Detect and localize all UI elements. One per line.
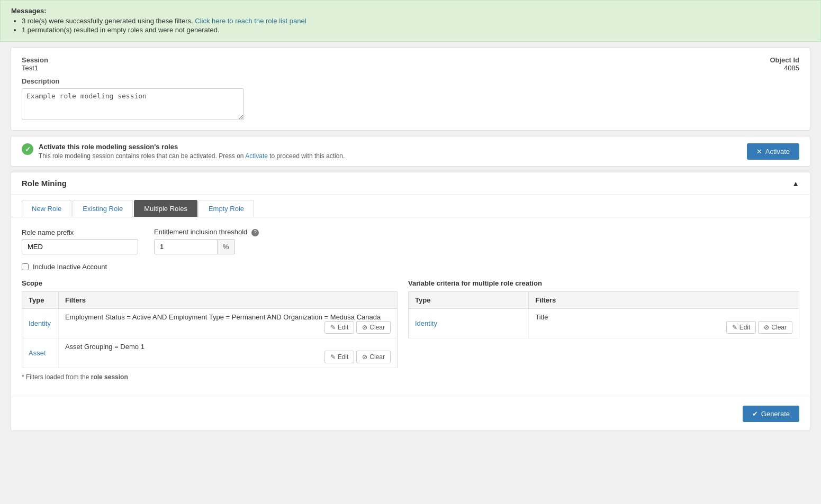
description-label: Description (22, 77, 770, 85)
description-textarea[interactable] (22, 88, 244, 120)
message-item-1: 3 role(s) were successfully generated us… (22, 17, 810, 25)
role-name-prefix-group: Role name prefix (22, 228, 138, 254)
clear-icon-var: ⊘ (764, 324, 769, 331)
checkmark-icon: ✔ (752, 410, 758, 418)
activate-info: Activate this role modeling session's ro… (22, 143, 345, 160)
scope-row1-actions: ✎ Edit ⊘ Clear (65, 321, 391, 334)
variable-criteria-title: Variable criteria for multiple role crea… (408, 279, 799, 287)
scope-row1-filters: Employment Status = Active AND Employmen… (58, 308, 397, 338)
threshold-suffix: % (218, 239, 235, 254)
scope-row2-filters: Asset Grouping = Demo 1 ✎ Edit ⊘ Clear (58, 338, 397, 368)
threshold-input[interactable] (154, 239, 218, 254)
session-card: Session Test1 Description Object Id 4085 (11, 47, 810, 131)
role-mining-header: Role Mining ▲ (11, 172, 810, 195)
role-mining-card: Role Mining ▲ New Role Existing Role Mul… (11, 172, 810, 431)
message-text-1a: 3 role(s) were successfully generated us… (22, 17, 195, 25)
tab-multiple-roles[interactable]: Multiple Roles (134, 200, 197, 217)
activate-link[interactable]: Activate (245, 152, 268, 160)
session-label: Session (22, 56, 770, 64)
activate-text: Activate this role modeling session's ro… (39, 143, 345, 160)
activate-card: Activate this role modeling session's ro… (11, 136, 810, 167)
var-col-filters: Filters (529, 291, 799, 308)
clear-icon-2: ⊘ (362, 353, 367, 361)
scope-table: Type Filters Identity Employment Status … (22, 291, 398, 368)
activate-button-label: Activate (765, 148, 790, 155)
scope-section: Scope Type Filters Identity Employment S… (22, 279, 398, 381)
edit-icon: ✎ (330, 324, 336, 331)
variable-table-head: Type Filters (409, 291, 799, 308)
edit-icon-var: ✎ (732, 324, 737, 331)
scope-table-head: Type Filters (22, 291, 398, 308)
role-list-link[interactable]: Click here to reach the role list panel (195, 17, 306, 25)
scope-row2-actions: ✎ Edit ⊘ Clear (65, 351, 391, 363)
variable-table-body: Identity Title ✎ Edit ⊘ (409, 308, 799, 338)
object-id-label: Object Id (770, 56, 799, 64)
generate-button-label: Generate (761, 410, 790, 418)
form-row-top: Role name prefix Entitlement inclusion t… (22, 228, 799, 254)
threshold-label: Entitlement inclusion threshold ? (154, 228, 259, 236)
object-id-section: Object Id 4085 (770, 56, 799, 72)
threshold-wrapper: % (154, 239, 259, 254)
role-name-prefix-label: Role name prefix (22, 228, 138, 236)
filters-note: * Filters loaded from the role session (22, 373, 398, 381)
generate-button[interactable]: ✔ Generate (743, 406, 799, 422)
threshold-help-icon[interactable]: ? (251, 229, 259, 236)
edit-icon-2: ✎ (330, 353, 336, 361)
var-col-type: Type (409, 291, 529, 308)
generate-row: ✔ Generate (11, 397, 810, 430)
inactive-account-row: Include Inactive Account (22, 263, 799, 271)
messages-banner: Messages: 3 role(s) were successfully ge… (0, 0, 821, 42)
check-circle-icon (22, 143, 33, 155)
tabs-container: New Role Existing Role Multiple Roles Em… (11, 195, 810, 217)
scope-row1-type[interactable]: Identity (22, 308, 59, 338)
activate-description: This role modeling session contains role… (39, 152, 345, 160)
scope-row2-edit-button[interactable]: ✎ Edit (324, 351, 355, 363)
scope-row2-clear-button[interactable]: ⊘ Clear (356, 351, 391, 363)
session-value: Test1 (22, 64, 770, 72)
variable-criteria-section: Variable criteria for multiple role crea… (408, 279, 799, 381)
inactive-account-checkbox[interactable] (22, 263, 29, 270)
scope-row1-edit-button[interactable]: ✎ Edit (324, 321, 355, 334)
activate-x-icon: ✕ (756, 148, 762, 155)
table-row: Identity Employment Status = Active AND … (22, 308, 398, 338)
tab-existing-role[interactable]: Existing Role (73, 200, 133, 217)
tab-new-role[interactable]: New Role (22, 200, 71, 217)
inactive-account-label: Include Inactive Account (33, 263, 107, 271)
var-row1-edit-button[interactable]: ✎ Edit (726, 321, 756, 334)
role-mining-body: Role name prefix Entitlement inclusion t… (11, 217, 810, 391)
role-mining-title: Role Mining (22, 179, 67, 188)
object-id-value: 4085 (770, 64, 799, 72)
activate-desc-after: to proceed with this action. (268, 152, 345, 160)
scope-col-filters: Filters (58, 291, 397, 308)
role-name-prefix-input[interactable] (22, 239, 138, 254)
scope-title: Scope (22, 279, 398, 287)
collapse-icon[interactable]: ▲ (792, 179, 799, 188)
dual-table-wrapper: Scope Type Filters Identity Employment S… (22, 279, 799, 381)
clear-icon: ⊘ (362, 324, 367, 331)
table-row: Identity Title ✎ Edit ⊘ (409, 308, 799, 338)
activate-button[interactable]: ✕ Activate (747, 143, 799, 160)
scope-table-body: Identity Employment Status = Active AND … (22, 308, 398, 368)
activate-desc-before: This role modeling session contains role… (39, 152, 245, 160)
scope-row1-clear-button[interactable]: ⊘ Clear (356, 321, 391, 334)
var-row1-filters: Title ✎ Edit ⊘ Clear (529, 308, 799, 338)
threshold-group: Entitlement inclusion threshold ? % (154, 228, 259, 254)
var-row1-clear-button[interactable]: ⊘ Clear (758, 321, 792, 334)
message-item-2: 1 permutation(s) resulted in empty roles… (22, 26, 810, 34)
scope-row2-type[interactable]: Asset (22, 338, 59, 368)
message-text-2: 1 permutation(s) resulted in empty roles… (22, 26, 220, 34)
session-info: Session Test1 Description (22, 56, 770, 122)
scope-col-type: Type (22, 291, 59, 308)
activate-title: Activate this role modeling session's ro… (39, 143, 345, 151)
var-row1-type[interactable]: Identity (409, 308, 529, 338)
variable-criteria-table: Type Filters Identity Title ✎ (408, 291, 799, 338)
tab-empty-role[interactable]: Empty Role (199, 200, 254, 217)
messages-list: 3 role(s) were successfully generated us… (11, 17, 810, 34)
messages-title: Messages: (11, 7, 810, 15)
var-row1-actions: ✎ Edit ⊘ Clear (535, 321, 792, 334)
table-row: Asset Asset Grouping = Demo 1 ✎ Edit (22, 338, 398, 368)
